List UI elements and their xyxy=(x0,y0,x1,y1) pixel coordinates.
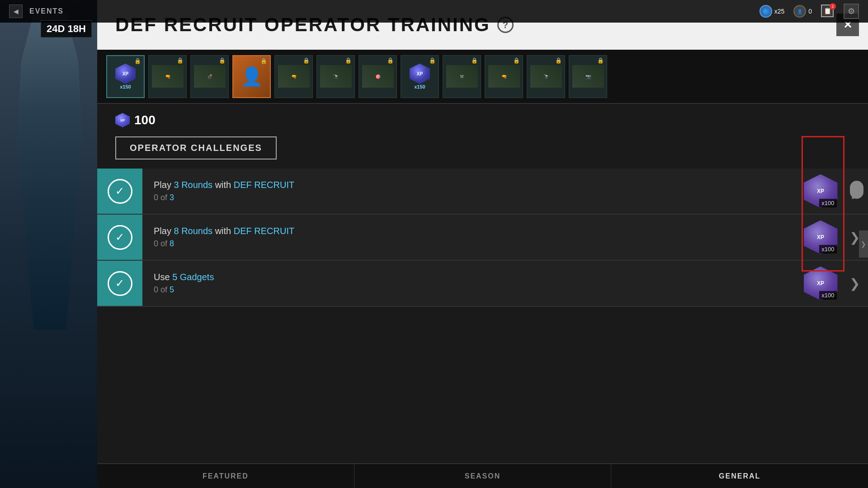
reward-item-10[interactable]: 🔒 🔫 xyxy=(485,55,523,98)
top-bar: ◀ EVENTS 🔷 x25 👤 0 📋 1 ⚙ xyxy=(0,0,868,23)
reward-item-5[interactable]: 🔒 🔫 xyxy=(274,55,313,98)
currency-people: 👤 0 xyxy=(793,5,812,18)
reward-weapon-9: ⚒ xyxy=(446,65,478,88)
operator-icon: 👤 xyxy=(241,66,263,87)
challenge-row-2: ✓ Play 8 Rounds with DEF RECRUIT 0 of 8 … xyxy=(97,215,868,261)
weapon-shape-11: 🔭 xyxy=(543,74,549,79)
blue-currency-amount: x25 xyxy=(774,8,785,15)
reward-item-4[interactable]: 🔒 👤 xyxy=(232,55,271,98)
blue-currency-icon: 🔷 xyxy=(760,5,772,18)
lock-icon-10: 🔒 xyxy=(513,57,520,64)
xp-count-8: x150 xyxy=(414,84,425,89)
reward-xp-1: XP x150 xyxy=(115,64,136,89)
challenge-desc-mid-2: with xyxy=(212,226,234,236)
challenge-reward-1: XP x100 xyxy=(800,174,841,208)
lock-icon-3: 🔒 xyxy=(219,57,226,64)
challenge-check-3: ✓ xyxy=(108,271,132,296)
challenge-check-1: ✓ xyxy=(108,179,132,204)
currency-blue: 🔷 x25 xyxy=(760,5,785,18)
progress-current-2: 0 xyxy=(154,239,158,248)
scrollbar-thumb[interactable] xyxy=(850,181,863,199)
challenge-text-3: Use 5 Gadgets 0 of 5 xyxy=(142,265,800,301)
challenge-reward-count-1: x100 xyxy=(819,199,836,207)
lock-icon-8: 🔒 xyxy=(429,57,436,64)
challenge-reward-2: XP x100 xyxy=(800,221,841,254)
lock-icon-12: 🔒 xyxy=(597,57,604,64)
reward-item-2[interactable]: 🔒 🔫 xyxy=(148,55,187,98)
challenge-text-2: Play 8 Rounds with DEF RECRUIT 0 of 8 xyxy=(142,219,800,255)
progress-total-2: 8 xyxy=(170,239,174,248)
weapon-shape-7: 🎯 xyxy=(375,74,381,79)
challenge-reward-3: XP x100 xyxy=(800,267,841,300)
people-amount: 0 xyxy=(808,8,812,15)
notification-badge[interactable]: 📋 1 xyxy=(821,5,835,18)
challenge-desc-before-2: Play xyxy=(154,226,174,236)
right-edge-arrow[interactable]: ❯ xyxy=(859,230,868,258)
xp-icon-small: XP xyxy=(115,113,130,127)
reward-weapon-12: 📷 xyxy=(572,65,604,88)
lock-icon-2: 🔒 xyxy=(177,57,184,64)
challenge-desc-2: Play 8 Rounds with DEF RECRUIT xyxy=(154,226,789,236)
reward-item-12[interactable]: 🔒 📷 xyxy=(569,55,607,98)
reward-item-7[interactable]: 🔒 🎯 xyxy=(359,55,397,98)
top-bar-right: 🔷 x25 👤 0 📋 1 ⚙ xyxy=(760,4,859,19)
reward-weapon-7: 🎯 xyxy=(362,65,394,88)
challenge-highlight2-1: DEF RECRUIT xyxy=(234,180,294,190)
challenge-highlight2-2: DEF RECRUIT xyxy=(234,226,294,236)
progress-total-1: 3 xyxy=(170,193,174,202)
background-left xyxy=(0,0,97,488)
lock-icon-5: 🔒 xyxy=(303,57,310,64)
challenge-reward-count-2: x100 xyxy=(819,245,836,253)
operator-challenges-tab[interactable]: OPERATOR CHALLENGES xyxy=(115,136,277,160)
lock-icon-4: 🔒 xyxy=(260,58,267,64)
top-bar-left: ◀ EVENTS xyxy=(9,5,64,18)
challenge-icon-area-3: ✓ xyxy=(97,261,142,306)
challenge-highlight1-1: 3 Rounds xyxy=(174,180,212,190)
tab-featured[interactable]: FEATURED xyxy=(97,464,354,488)
reward-xp-8: XP x150 xyxy=(410,64,430,89)
reward-weapon-3: 💣 xyxy=(194,65,226,88)
settings-button[interactable]: ⚙ xyxy=(844,4,859,19)
challenge-arrow-3[interactable]: ❯ xyxy=(841,261,868,306)
xp-gem-8: XP xyxy=(410,64,430,84)
main-panel: DEF RECRUIT OPERATOR TRAINING ? ✕ 🔒 XP x… xyxy=(97,0,868,488)
reward-item-3[interactable]: 🔒 💣 xyxy=(190,55,229,98)
lock-icon-9: 🔒 xyxy=(471,57,478,64)
bottom-tabs: FEATURED SEASON GENERAL xyxy=(97,463,868,488)
reward-item-8[interactable]: 🔒 XP x150 xyxy=(401,55,439,98)
soldier-image xyxy=(0,0,97,488)
xp-display-area: XP 100 xyxy=(97,104,868,136)
challenge-desc-before-3: Use xyxy=(154,272,172,282)
xp-value: 100 xyxy=(134,113,156,127)
tab-season[interactable]: SEASON xyxy=(354,464,612,488)
events-label: EVENTS xyxy=(29,7,64,15)
xp-gem-1: XP xyxy=(115,64,136,84)
reward-item-6[interactable]: 🔒 🔭 xyxy=(316,55,355,98)
back-arrow[interactable]: ◀ xyxy=(9,5,23,18)
progress-current-3: 0 xyxy=(154,285,158,294)
progress-of-2: of xyxy=(160,239,170,248)
lock-icon-11: 🔒 xyxy=(555,57,562,64)
weapon-shape-3: 💣 xyxy=(207,74,212,79)
challenge-highlight1-2: 8 Rounds xyxy=(174,226,212,236)
notification-count: 1 xyxy=(830,3,836,9)
challenge-reward-count-3: x100 xyxy=(819,291,836,300)
challenge-row-1: ✓ Play 3 Rounds with DEF RECRUIT 0 of 3 … xyxy=(97,169,868,215)
reward-weapon-6: 🔭 xyxy=(320,65,352,88)
reward-item-11[interactable]: 🔒 🔭 xyxy=(527,55,565,98)
challenge-row-3: ✓ Use 5 Gadgets 0 of 5 XP x100 ❯ xyxy=(97,261,868,307)
challenge-desc-3: Use 5 Gadgets xyxy=(154,272,789,282)
challenges-tab-container: OPERATOR CHALLENGES xyxy=(115,136,277,160)
tab-general[interactable]: GENERAL xyxy=(611,464,868,488)
reward-weapon-11: 🔭 xyxy=(530,65,562,88)
weapon-shape-5: 🔫 xyxy=(291,74,297,79)
reward-weapon-10: 🔫 xyxy=(488,65,520,88)
lock-icon-7: 🔒 xyxy=(387,57,394,64)
challenge-progress-1: 0 of 3 xyxy=(154,193,789,202)
rewards-strip: 🔒 XP x150 🔒 🔫 🔒 💣 🔒 👤 🔒 xyxy=(97,50,868,104)
challenge-progress-3: 0 of 5 xyxy=(154,285,789,295)
reward-item-1[interactable]: 🔒 XP x150 xyxy=(106,55,145,98)
progress-current-1: 0 xyxy=(154,193,158,202)
challenge-icon-area-1: ✓ xyxy=(97,169,142,214)
reward-item-9[interactable]: 🔒 ⚒ xyxy=(443,55,481,98)
